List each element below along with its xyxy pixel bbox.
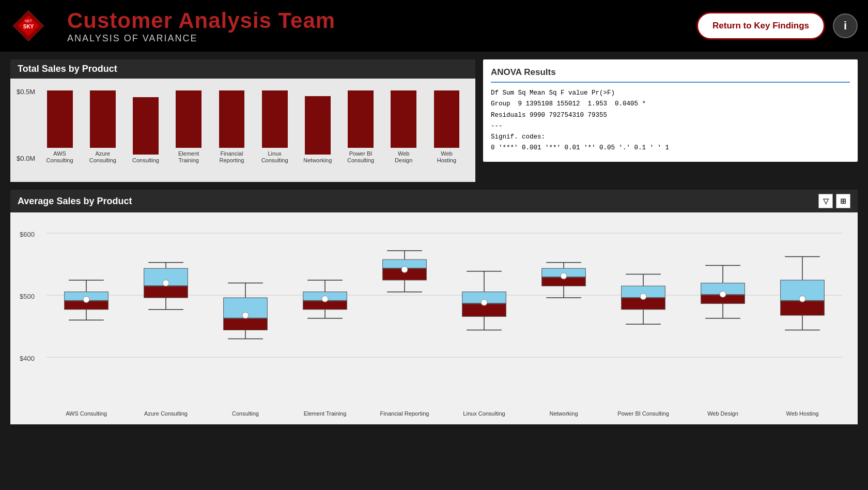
bar-label-1: AzureConsulting <box>89 150 116 164</box>
main-title: Customer Analysis Team <box>67 8 696 33</box>
top-row: Total Sales by Product $0.5M $0.0M AWSCo… <box>10 59 858 182</box>
bar-chart-section: Total Sales by Product $0.5M $0.0M AWSCo… <box>10 59 475 182</box>
boxplot-x-label-1: Azure Consulting <box>126 410 206 417</box>
bar-rect-6 <box>305 96 331 155</box>
bar-rect-0 <box>47 90 73 148</box>
bar-chart-container: $0.5M $0.0M AWSConsultingAzureConsulting… <box>10 79 475 182</box>
boxplot-x-label-3: Element Training <box>285 410 365 417</box>
bar-group-7: Power BIConsulting <box>342 90 379 164</box>
bar-group-2: Consulting <box>127 97 164 164</box>
svg-point-30 <box>242 312 249 318</box>
info-button[interactable]: i <box>833 13 858 38</box>
bar-label-3: ElementTraining <box>178 150 199 164</box>
bar-rect-4 <box>219 90 245 148</box>
bar-rect-2 <box>133 97 159 155</box>
bar-group-4: FinancialReporting <box>213 90 250 164</box>
bar-label-0: AWSConsulting <box>47 150 73 164</box>
bar-group-5: LinuxConsulting <box>256 90 293 164</box>
bar-label-6: Networking <box>303 157 332 164</box>
skynet-logo: SKY NET <box>10 8 47 44</box>
svg-point-86 <box>799 296 805 302</box>
bar-group-1: AzureConsulting <box>84 90 121 164</box>
page-header: SKY NET Customer Analysis Team ANALYSIS … <box>0 0 868 52</box>
boxplot-container: $600 $500 $400 AWS ConsultingAzure Consu… <box>10 212 858 424</box>
svg-point-46 <box>401 266 408 272</box>
subtitle: ANALYSIS OF VARIANCE <box>67 33 696 44</box>
svg-point-38 <box>322 296 328 302</box>
bar-group-6: Networking <box>299 96 336 164</box>
bar-rect-8 <box>391 90 416 148</box>
bar-label-4: FinancialReporting <box>220 150 244 164</box>
svg-point-54 <box>481 299 487 305</box>
boxplot-y-400: $400 <box>20 355 35 362</box>
boxplot-header-icons: ▽ ⊞ <box>818 194 850 208</box>
boxplot-x-label-4: Financial Reporting <box>365 410 444 417</box>
boxplot-x-label-0: AWS Consulting <box>47 410 126 417</box>
svg-rect-20 <box>144 286 188 298</box>
bar-label-2: Consulting <box>132 157 159 164</box>
bar-rect-1 <box>90 90 116 148</box>
boxplot-x-label-8: Web Design <box>683 410 763 417</box>
return-to-key-findings-button[interactable]: Return to Key Findings <box>696 12 825 40</box>
anova-title: ANOVA Results <box>491 67 850 83</box>
boxplot-x-label-9: Web Hosting <box>763 410 842 417</box>
bar-chart-title: Total Sales by Product <box>10 59 475 79</box>
bar-rect-9 <box>434 90 460 148</box>
bar-label-5: LinuxConsulting <box>261 150 288 164</box>
svg-rect-28 <box>224 318 268 330</box>
header-actions: Return to Key Findings i <box>696 12 858 40</box>
bar-label-8: WebDesign <box>395 150 412 164</box>
boxplot-x-labels: AWS ConsultingAzure ConsultingConsulting… <box>47 410 842 417</box>
svg-point-22 <box>163 280 169 286</box>
anova-section: ANOVA Results Df Sum Sq Mean Sq F value … <box>483 59 858 162</box>
svg-point-14 <box>83 296 89 302</box>
svg-text:SKY: SKY <box>23 24 34 29</box>
bar-y-bottom: $0.0M <box>17 155 35 162</box>
bar-group-3: ElementTraining <box>171 90 207 164</box>
header-titles: Customer Analysis Team ANALYSIS OF VARIA… <box>67 8 696 44</box>
bar-y-top: $0.5M <box>17 88 35 96</box>
anova-code: Df Sum Sq Mean Sq F value Pr(>F) Group 9… <box>491 88 850 154</box>
bar-rect-3 <box>176 90 202 148</box>
bar-rect-5 <box>262 90 288 148</box>
boxplot-x-label-5: Linux Consulting <box>444 410 524 417</box>
bar-label-9: WebHosting <box>437 150 456 164</box>
boxplot-y-600: $600 <box>20 231 35 238</box>
bar-rect-7 <box>348 90 374 148</box>
expand-icon[interactable]: ⊞ <box>836 194 850 208</box>
bar-chart-inner: AWSConsultingAzureConsultingConsultingEl… <box>41 86 465 164</box>
boxplot-section: Average Sales by Product ▽ ⊞ $600 $500 $… <box>10 190 858 424</box>
boxplot-title: Average Sales by Product <box>18 196 132 207</box>
bar-label-7: Power BIConsulting <box>347 150 374 164</box>
svg-text:NET: NET <box>25 19 33 23</box>
svg-point-62 <box>561 273 567 279</box>
svg-point-78 <box>720 291 726 297</box>
bar-group-8: WebDesign <box>385 90 422 164</box>
boxplot-x-label-6: Networking <box>524 410 603 417</box>
boxplot-header: Average Sales by Product ▽ ⊞ <box>10 190 858 212</box>
boxplot-svg <box>47 223 842 409</box>
boxplot-x-label-7: Power BI Consulting <box>603 410 683 417</box>
svg-rect-84 <box>781 301 825 315</box>
bar-group-0: AWSConsulting <box>41 90 78 164</box>
bar-group-9: WebHosting <box>428 90 465 164</box>
svg-point-70 <box>640 294 646 300</box>
main-content: Total Sales by Product $0.5M $0.0M AWSCo… <box>0 52 868 432</box>
boxplot-x-label-2: Consulting <box>206 410 285 417</box>
boxplot-y-500: $500 <box>20 293 35 300</box>
logo-area: SKY NET <box>10 8 52 44</box>
filter-icon[interactable]: ▽ <box>818 194 833 208</box>
